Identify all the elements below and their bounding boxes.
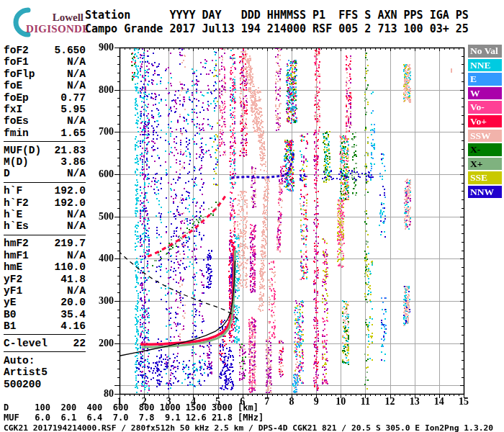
param-label: foEs [4,115,29,127]
legend-item-vo-: Vo- [468,101,502,114]
logo-lowell-text: Lowell [30,12,84,24]
panel-divider [4,235,86,235]
param-row: h`EN/A [4,209,86,220]
legend-item-no-val: No Val [468,45,502,58]
param-label: foF2 [4,45,29,56]
digisonde-ionogram-app: Lowell DIGISONDE Station YYYY DAY DDD HH… [0,0,504,432]
param-label: h`F [4,185,22,197]
muf-row: MUF 6.0 6.1 6.4 7.0 7.8 9.1 12.6 21.8 [M… [4,413,264,423]
param-row: yF1N/A [4,285,86,297]
param-value: 192.0 [54,185,86,197]
param-row: B035.4 [4,309,86,320]
param-label: hmF1 [4,250,29,261]
param-label: hmF2 [4,238,29,249]
param-value: 20.0 [60,297,86,308]
param-row: DN/A [4,168,86,179]
ionogram-plot-canvas [101,39,471,402]
param-label: yF2 [4,274,22,285]
scaled-parameters-panel: foF25.650foF1N/AfoFlpN/AfoEN/AfoEp0.77fx… [4,45,86,390]
param-row: hmF1N/A [4,250,86,261]
legend-item-ssw: SSW [468,130,502,143]
autoscaling-info: 500200 [4,379,86,390]
param-value: N/A [67,220,86,232]
legend-item-vo+: Vo+ [468,115,502,128]
param-row: fxI5.95 [4,104,86,115]
panel-divider [4,182,86,183]
param-value: 219.7 [54,238,86,249]
lowell-digisonde-logo: Lowell DIGISONDE [4,3,85,37]
param-value: 5.650 [54,45,86,56]
legend-item-e: E [468,73,502,86]
y-tick-label: 300 [84,295,114,307]
x-tick-label: 9 [305,396,327,408]
param-row: h`EsN/A [4,220,86,232]
y-tick-label: 200 [84,338,114,349]
param-label: M(D) [4,156,29,168]
param-label: fmin [4,127,29,139]
legend-item-nne: NNE [468,59,502,72]
y-tick-label: 800 [84,84,114,96]
panel-divider [4,334,86,335]
param-value: 5.95 [60,104,86,115]
param-label: foFlp [4,68,35,80]
legend-item-x-: X- [468,143,502,156]
param-row: foFlpN/A [4,68,86,80]
param-value: 192.0 [54,197,86,209]
param-value: 0.77 [60,92,86,104]
param-value: 4.16 [60,320,86,332]
x-tick-label: 11 [354,396,376,408]
param-row: hmF2219.7 [4,238,86,249]
header-field-values-row: Campo Grande 2017 Jul13 194 214000 RSF 0… [85,22,469,35]
param-value: 41.8 [60,274,86,285]
param-label: fxI [4,104,22,115]
legend-item-nnw: NNW [468,186,502,199]
param-label: B0 [4,309,16,320]
autoscaling-info: Auto: [4,355,86,366]
param-row: foF25.650 [4,45,86,56]
param-value: N/A [67,115,86,127]
param-label: yE [4,297,16,308]
panel-divider [4,141,86,142]
param-label: h`Es [4,220,29,232]
param-row: h`F2192.0 [4,197,86,209]
param-row: foEN/A [4,80,86,91]
distance-row: D 100 200 400 600 800 1000 1500 3000 [km… [4,402,258,413]
doppler-direction-legend: No ValNNEEWVo-Vo+SSWX-X+SSENNW [468,45,502,200]
param-label: foF1 [4,56,29,68]
param-row: yF241.8 [4,274,86,285]
param-label: C-level [4,338,48,349]
panel-divider [4,351,86,352]
header-field-names-row: Station YYYY DAY DDD HHMMSS P1 FFS S AXN… [85,9,469,22]
param-value: N/A [67,56,86,68]
y-tick-label: 600 [84,168,114,180]
param-label: B1 [4,320,16,332]
param-label: foE [4,80,22,91]
param-row: yE20.0 [4,297,86,308]
param-row: M(D)3.86 [4,156,86,168]
param-value: 35.4 [60,309,86,320]
autoscaling-info: Artist5 [4,366,86,378]
x-tick-label: 13 [404,396,426,408]
legend-item-sse: SSE [468,171,502,184]
param-value: 21.83 [54,145,86,156]
y-tick-label: 400 [84,253,114,264]
y-tick-label: 500 [84,211,114,222]
y-tick-label: 700 [84,126,114,138]
y-tick-label: 900 [84,42,114,53]
legend-item-x+: X+ [468,158,502,171]
param-label: yF1 [4,285,22,297]
param-label: MUF(D) [4,145,41,156]
logo-digisonde-text: DIGISONDE [26,23,88,35]
param-row: C-level22 [4,338,86,349]
param-label: hmE [4,261,22,273]
param-value: N/A [67,68,86,80]
x-tick-label: 7 [256,396,278,408]
param-label: foEp [4,92,29,104]
x-tick-label: 14 [428,396,450,408]
param-value: 110.0 [54,261,86,273]
param-row: foEp0.77 [4,92,86,104]
param-label: h`F2 [4,197,29,209]
param-row: foF1N/A [4,56,86,68]
status-line: CGK21_2017194214000.RSF / 280fx512h 50 k… [4,423,493,432]
param-label: D [4,168,10,179]
